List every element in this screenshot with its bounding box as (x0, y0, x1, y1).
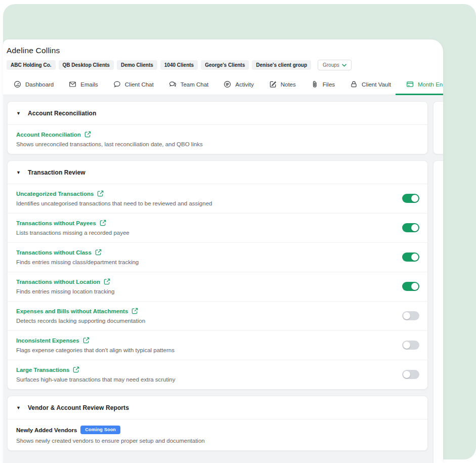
chevron-down-icon (342, 64, 347, 67)
tab-team-chat[interactable]: Team Chat (161, 74, 217, 95)
section-title: Vendor & Account Review Reports (28, 404, 129, 411)
report-row: Transactions without Class Finds entries… (8, 242, 427, 272)
client-group-tag[interactable]: QB Desktop Clients (59, 60, 114, 70)
report-toggle[interactable] (402, 252, 419, 262)
tab-client-chat[interactable]: Client Chat (106, 74, 161, 95)
tab-dashboard[interactable]: Dashboard (6, 74, 61, 95)
tab-client-vault[interactable]: Client Vault (342, 74, 399, 95)
report-description: Shows newly created vendors to ensure pr… (16, 438, 205, 444)
report-toggle[interactable] (402, 223, 419, 232)
report-name-static: Newly Added Vendors Coming Soon (16, 426, 205, 434)
section-body: Newly Added Vendors Coming Soon Shows ne… (8, 419, 427, 450)
report-link[interactable]: Uncategorized Transactions (16, 190, 212, 197)
section-body: Account Reconciliation Shows unreconcile… (8, 125, 427, 154)
client-group-tag[interactable]: Demo Clients (117, 60, 157, 70)
tab-label: Client Chat (125, 81, 154, 88)
toggle-knob (403, 342, 410, 349)
toggle-knob (411, 195, 418, 202)
client-tags-row: ABC Holding Co.QB Desktop ClientsDemo Cl… (7, 60, 437, 70)
section-card: ▼ Account Reconciliation Account Reconci… (7, 101, 428, 154)
report-row-text: Expenses and Bills without Attachments D… (16, 308, 145, 324)
open-report-icon (83, 337, 90, 344)
section-header[interactable]: ▼ Transaction Review (8, 161, 427, 184)
report-name: Large Transactions (16, 367, 69, 373)
report-row-text: Inconsistent Expenses Flags expense cate… (16, 337, 175, 353)
report-row-text: Newly Added Vendors Coming Soon Shows ne… (16, 426, 205, 444)
report-toggle[interactable] (402, 194, 419, 203)
notes-icon (269, 80, 277, 88)
tab-month-end-clo[interactable]: Month End Clo (399, 74, 443, 95)
client-window: Adeline Collins ABC Holding Co.QB Deskto… (3, 39, 443, 463)
client-group-tag[interactable]: ABC Holding Co. (7, 60, 56, 70)
tab-label: Team Chat (181, 81, 209, 88)
report-name: Expenses and Bills without Attachments (16, 308, 128, 314)
report-name: Transactions without Class (16, 249, 92, 256)
report-toggle[interactable] (402, 341, 419, 350)
report-description: Shows unreconciled transactions, last re… (16, 141, 203, 147)
section-title: Account Reconciliation (28, 110, 97, 117)
report-link[interactable]: Transactions without Class (16, 249, 139, 256)
report-name: Account Reconciliation (16, 132, 81, 138)
report-description: Detects records lacking supporting docum… (16, 318, 145, 324)
envelope-icon (69, 80, 76, 88)
content-area: ▼ Account Reconciliation Account Reconci… (3, 95, 443, 463)
report-link[interactable]: Expenses and Bills without Attachments (16, 308, 145, 314)
right-column-card-partial (433, 101, 443, 154)
open-report-icon (100, 220, 106, 226)
report-toggle[interactable] (402, 282, 419, 291)
report-description: Flags expense categories that don't alig… (16, 347, 175, 353)
collapse-caret-icon: ▼ (16, 171, 21, 175)
tab-label: Files (323, 81, 335, 88)
report-row-text: Large Transactions Surfaces high-value t… (16, 366, 176, 383)
toggle-knob (403, 371, 410, 378)
tab-notes[interactable]: Notes (262, 74, 304, 95)
tab-label: Client Vault (362, 81, 391, 88)
report-row-text: Transactions without Location Finds entr… (16, 278, 114, 294)
tab-files[interactable]: Files (304, 74, 342, 95)
open-report-icon (84, 131, 91, 138)
report-row: Inconsistent Expenses Flags expense cate… (8, 330, 427, 360)
tab-label: Activity (235, 81, 253, 88)
report-row-text: Account Reconciliation Shows unreconcile… (16, 131, 203, 147)
client-group-tag[interactable]: George's Clients (201, 60, 249, 70)
section-card: ▼ Transaction Review Uncategorized Trans… (7, 160, 428, 390)
report-link[interactable]: Large Transactions (16, 366, 176, 373)
tab-activity[interactable]: Activity (216, 74, 261, 95)
tab-label: Month End Clo (418, 81, 443, 88)
activity-icon (224, 80, 231, 88)
report-link[interactable]: Account Reconciliation (16, 131, 203, 138)
report-link[interactable]: Transactions without Location (16, 278, 114, 285)
report-row: Transactions without Payees Lists transa… (8, 213, 427, 242)
section-header[interactable]: ▼ Account Reconciliation (8, 102, 427, 125)
open-report-icon (95, 249, 102, 256)
client-group-tag[interactable]: 1040 Clients (160, 60, 198, 70)
toggle-knob (411, 254, 418, 261)
collapse-caret-icon: ▼ (16, 111, 21, 116)
report-name: Transactions without Payees (16, 220, 96, 226)
groups-button-label: Groups (323, 62, 339, 68)
report-description: Identifies uncategorised transactions th… (16, 200, 212, 206)
report-row: Account Reconciliation Shows unreconcile… (8, 125, 427, 154)
report-row-text: Transactions without Payees Lists transa… (16, 220, 129, 236)
chat-bubble-icon (113, 80, 121, 88)
groups-dropdown-button[interactable]: Groups (318, 60, 352, 70)
section-header[interactable]: ▼ Vendor & Account Review Reports (8, 396, 427, 419)
month-end-close-icon (406, 80, 414, 88)
report-name: Newly Added Vendors (16, 427, 77, 433)
report-toggle[interactable] (402, 370, 419, 379)
report-link[interactable]: Inconsistent Expenses (16, 337, 175, 344)
toggle-knob (411, 224, 418, 231)
tab-bar: Dashboard Emails Client Chat Team Chat A… (3, 74, 443, 95)
report-toggle[interactable] (402, 311, 419, 320)
paperclip-icon (311, 80, 319, 88)
report-description: Finds entries missing class/department t… (16, 259, 139, 265)
client-group-tag[interactable]: Denise's client group (252, 60, 311, 70)
report-link[interactable]: Transactions without Payees (16, 220, 129, 226)
coming-soon-badge: Coming Soon (80, 426, 120, 434)
report-description: Finds entries missing location tracking (16, 288, 114, 294)
report-name: Uncategorized Transactions (16, 191, 94, 197)
tab-emails[interactable]: Emails (61, 74, 106, 95)
open-report-icon (104, 278, 110, 285)
report-name: Transactions without Location (16, 279, 100, 285)
report-row-text: Uncategorized Transactions Identifies un… (16, 190, 212, 206)
